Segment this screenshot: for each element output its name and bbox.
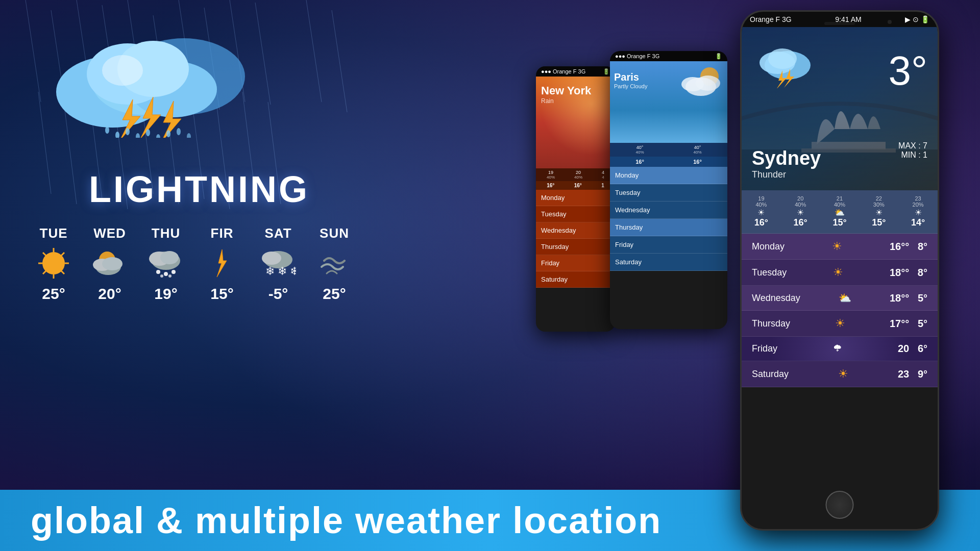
strip-day-2: 21 40% ⛅ 15° (832, 195, 846, 228)
ny-signal: ●●● Orange F 3G (541, 68, 585, 74)
strip-day-0: 19 40% ☀ 16° (754, 195, 768, 228)
sydney-wednesday-icon: ⛅ (839, 292, 851, 304)
sydney-day-list: Monday ☀ 16°° 8° Tuesday ☀ 18°° (742, 234, 938, 483)
sydney-header: Sydney Thunder 3° MAX : 7 MIN : 1 (742, 27, 938, 190)
phone-new-york: ●●● Orange F 3G 🔋 New York Rain 1940% 20… (536, 66, 615, 332)
left-weather-section: LIGHTNING TUE 25° WED (26, 26, 373, 303)
ny-day-friday: Friday (536, 255, 615, 271)
sydney-wednesday-label: Wednesday (752, 293, 800, 304)
sat-icon: ❄ ❄ ❄ (260, 245, 296, 281)
svg-point-60 (172, 270, 176, 274)
sydney-thursday-icon: ☀ (835, 317, 845, 330)
strip-day-4: 23 20% ☀ 14° (911, 195, 925, 228)
sydney-wednesday-temps: 18°° 5° (890, 292, 927, 304)
svg-point-36 (136, 133, 140, 138)
sydney-current-temp: 3° (889, 47, 927, 94)
day-sun-label: SUN (320, 226, 349, 241)
day-sat-temp: -5° (268, 285, 288, 303)
forecast-day-sat: SAT ❄ ❄ ❄ -5° (260, 226, 296, 303)
day-tue-label: TUE (40, 226, 68, 241)
sydney-monday-label: Monday (752, 241, 785, 252)
svg-point-33 (105, 127, 109, 134)
sydney-thursday: Thursday ☀ 17°° 5° (742, 311, 938, 337)
ny-header: New York Rain (536, 77, 615, 168)
sydney-monday-temps: 16°° 8° (890, 241, 927, 253)
svg-point-58 (156, 270, 160, 274)
forecast-day-tue: TUE 25° (36, 226, 71, 303)
forecast-row: TUE 25° WED (26, 226, 373, 303)
banner-text: global & multiple weather location (31, 499, 662, 541)
sydney-content-area: Sydney Thunder 3° MAX : 7 MIN : 1 19 40%… (742, 27, 938, 483)
tue-icon (36, 245, 71, 281)
svg-point-61 (160, 274, 163, 278)
svg-point-59 (164, 272, 168, 276)
svg-point-77 (768, 48, 797, 69)
sydney-min: MIN : 1 (898, 151, 927, 160)
sydney-thursday-temps: 17°° 5° (890, 318, 927, 330)
sydney-status-bar: Orange F 3G 9:41 AM ▶ ⊙ 🔋 (742, 12, 938, 27)
sydney-monday-icon: ☀ (832, 240, 842, 253)
thu-icon (148, 245, 184, 281)
fir-icon (204, 245, 240, 281)
sydney-wednesday: Wednesday ⛅ 18°° 5° (742, 286, 938, 311)
day-sat-label: SAT (264, 226, 291, 241)
paris-day-tuesday: Tuesday (610, 184, 727, 202)
ny-condition: Rain (541, 97, 610, 105)
paris-city-name: Paris (614, 71, 723, 83)
svg-point-40 (177, 128, 181, 135)
day-wed-temp: 20° (98, 285, 121, 303)
svg-point-35 (126, 128, 130, 135)
sydney-max-min: MAX : 7 MIN : 1 (898, 141, 927, 160)
sydney-home-button[interactable] (826, 491, 854, 519)
sydney-friday-icon: 🌩 (833, 343, 842, 354)
ny-dates-bar: 1940% 2040% 44 (536, 168, 615, 181)
ny-day-saturday: Saturday (536, 271, 615, 288)
paris-battery: 🔋 (715, 53, 722, 60)
forecast-day-sun: SUN 25° (316, 226, 352, 303)
svg-line-47 (43, 253, 46, 256)
sydney-monday: Monday ☀ 16°° 8° (742, 234, 938, 260)
phone-sydney: Orange F 3G 9:41 AM ▶ ⊙ 🔋 (740, 10, 939, 531)
sydney-friday-temps: 20 6° (898, 343, 927, 355)
paris-temp-row: 16° 16° (610, 157, 727, 167)
sydney-saturday-label: Saturday (752, 369, 789, 380)
svg-point-39 (166, 130, 170, 137)
svg-point-34 (115, 132, 119, 138)
svg-point-57 (160, 251, 179, 264)
svg-marker-63 (217, 249, 227, 277)
sydney-signal: Orange F 3G (750, 15, 792, 23)
ny-day-tuesday: Tuesday (536, 206, 615, 222)
ny-day-thursday: Thursday (536, 239, 615, 255)
ny-status-bar: ●●● Orange F 3G 🔋 (536, 66, 615, 77)
svg-point-37 (146, 129, 150, 136)
paris-day-monday: Monday (610, 167, 727, 184)
sydney-time: 9:41 AM (835, 15, 861, 23)
wed-icon (92, 245, 128, 281)
sydney-forecast-strip: 19 40% ☀ 16° 20 40% ☀ 16° 21 40% ⛅ (742, 190, 938, 234)
sydney-tuesday-temps: 18°° 8° (890, 267, 927, 279)
svg-point-29 (102, 55, 143, 86)
sydney-saturday-temps: 23 9° (898, 368, 927, 380)
sun-icon (316, 245, 352, 281)
forecast-day-thu: THU 19° (148, 226, 184, 303)
svg-line-49 (61, 253, 64, 256)
sydney-city-name: Sydney (752, 147, 821, 169)
cloud-lightning-svg (41, 26, 245, 138)
day-sun-temp: 25° (323, 285, 346, 303)
day-thu-temp: 19° (154, 285, 177, 303)
sydney-status-icons: ▶ ⊙ 🔋 (905, 15, 929, 23)
paris-day-thursday: Thursday (610, 219, 727, 236)
sydney-tuesday-label: Tuesday (752, 267, 787, 278)
svg-line-50 (43, 271, 46, 274)
ny-battery: 🔋 (603, 68, 610, 75)
sydney-tuesday-icon: ☀ (833, 266, 843, 279)
strip-day-1: 20 40% ☀ 16° (794, 195, 807, 228)
ny-forecast-list: Monday Tuesday Wednesday Thursday Friday… (536, 190, 615, 288)
sydney-city-info: Sydney Thunder (752, 147, 821, 180)
ny-city-name: New York (541, 84, 610, 97)
sydney-max: MAX : 7 (898, 141, 927, 151)
paris-forecast-list: Monday Tuesday Wednesday Thursday Friday… (610, 167, 727, 271)
paris-header: Paris Partly Cloudy (610, 61, 727, 143)
svg-point-38 (156, 134, 160, 138)
forecast-day-fir: FIR 15° (204, 226, 240, 303)
